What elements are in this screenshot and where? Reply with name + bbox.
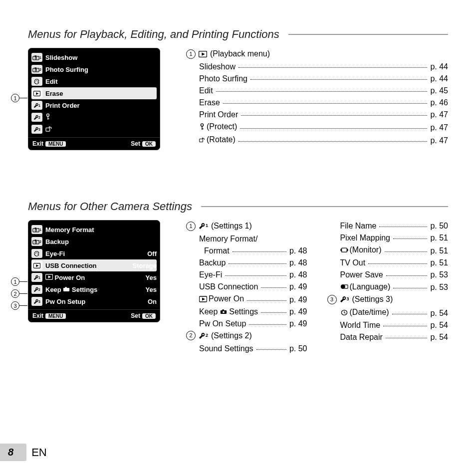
tab-icon: 2 [31, 237, 42, 246]
index-label: TV Out [340, 257, 366, 269]
set-label[interactable]: Set OK [128, 140, 159, 147]
index-row: Print Order p. 47 [186, 109, 448, 121]
index-page: p. 51 [430, 257, 448, 269]
index-page: p. 44 [430, 73, 448, 85]
playback-index-column: 1 (Playback menu) Slideshow p. 44 Photo … [186, 48, 448, 147]
index-label: Photo Surfing [199, 73, 247, 85]
tab-icon [31, 77, 42, 86]
menu-row[interactable]: 3 Pw On Setup On [31, 295, 157, 307]
index-page: p. 54 [430, 307, 448, 319]
menu-item-value: Storage [133, 262, 157, 269]
index-label: Power Save [340, 269, 383, 281]
index-row: (Language) p. 53 [327, 281, 449, 294]
menu-row[interactable]: 3 [31, 123, 157, 135]
menu-row[interactable]: Erase [31, 87, 157, 99]
menu-item-value: On [148, 298, 157, 305]
set-label[interactable]: Set OK [128, 312, 159, 319]
menu-row[interactable]: Eye-Fi Off [31, 247, 157, 259]
heading-rule [201, 206, 448, 207]
lcd-footer: Exit MENU Set OK [28, 309, 160, 322]
menu-item-label: Pw On Setup [45, 298, 145, 305]
index-row: Power Save p. 53 [327, 269, 449, 281]
index-label: Format [204, 245, 230, 257]
ok-button-icon: OK [142, 141, 156, 147]
lcd-playback-menu: 1 Slideshow 2 Photo Surfing Edit Erase 1… [28, 48, 160, 150]
index-head-label: (Settings 3) [352, 293, 393, 305]
index-row: (Rotate) p. 47 [186, 134, 448, 147]
tab-icon: 3 [31, 297, 42, 306]
menu-item-label: Memory Format [45, 226, 154, 234]
heading-rule [288, 34, 448, 35]
menu-row[interactable]: 2 [31, 111, 157, 123]
index-row: Power On p. 49 [186, 293, 307, 306]
page-number: 8 [8, 447, 13, 458]
section-heading-other: Menus for Other Camera Settings [28, 200, 448, 213]
page-footer: 8 EN [0, 444, 47, 461]
menu-item-value: Yes [146, 286, 157, 293]
index-label: Data Repair [340, 331, 383, 343]
index-page: p. 48 [289, 245, 307, 257]
index-label: USB Connection [199, 281, 258, 293]
index-head-label: (Settings 2) [211, 330, 252, 342]
index-page: p. 51 [430, 232, 448, 244]
index-row: Pixel Mapping p. 51 [327, 232, 449, 244]
callout-2: 2 [11, 289, 27, 298]
index-label: Erase [199, 97, 220, 109]
tab-icon [31, 89, 42, 98]
exit-label[interactable]: Exit MENU [29, 140, 69, 147]
manual-page: Menus for Playback, Editing, and Printin… [0, 0, 476, 476]
menu-button-icon: MENU [45, 313, 66, 319]
menu-row[interactable]: Edit [31, 75, 157, 87]
monitor-icon [340, 247, 348, 253]
callout-3: 3 [11, 301, 27, 310]
index-label: Pw On Setup [199, 318, 246, 330]
index-row: Memory Format/ [186, 233, 307, 245]
menu-row[interactable]: 2 Photo Surfing [31, 63, 157, 75]
index-label: (Monitor) [350, 244, 382, 256]
callout-number: 1 [186, 49, 196, 59]
menu-row[interactable]: 2 Backup [31, 236, 157, 247]
callout-number: 1 [186, 222, 196, 231]
index-page: p. 53 [430, 281, 448, 293]
menu-item-label: Eye-Fi [45, 250, 144, 257]
menu-item-value: Yes [146, 274, 157, 281]
index-label: Memory Format/ [199, 233, 257, 245]
play-icon [199, 51, 207, 57]
menu-row[interactable]: 2 Keep Settings Yes [31, 283, 157, 295]
index-label: Print Order [199, 109, 238, 121]
index-page: p. 48 [289, 257, 307, 269]
play-icon [45, 274, 53, 280]
menu-row[interactable]: 1 Memory Format [31, 224, 157, 236]
index-row: (Protect) p. 47 [186, 121, 448, 134]
index-label: Keep Settings [199, 306, 258, 318]
index-page: p. 49 [289, 306, 307, 318]
index-label: Slideshow [199, 61, 236, 73]
menu-row[interactable]: 1 Print Order [31, 99, 157, 111]
menu-item-value: Off [147, 250, 157, 257]
menu-row[interactable]: 1 Slideshow [31, 51, 157, 63]
index-row: World Time p. 54 [327, 319, 449, 331]
tab-icon [31, 249, 42, 258]
index-label: Power On [209, 293, 244, 305]
index-label: Edit [199, 85, 213, 97]
index-page: p. 49 [289, 281, 307, 293]
tab-icon: 2 [31, 285, 42, 294]
tab-icon: 1 [31, 273, 42, 282]
index-label: File Name [340, 220, 377, 232]
lcd-settings-menu: 1 Memory Format 2 Backup Eye-Fi Off USB … [28, 220, 160, 322]
menu-item-label [45, 113, 157, 122]
index-page: p. 47 [430, 122, 448, 134]
menu-row[interactable]: USB Connection Storage [31, 259, 157, 271]
callout-1: 1 [11, 94, 27, 102]
exit-label[interactable]: Exit MENU [29, 312, 69, 319]
index-label: (Protect) [207, 121, 237, 133]
index-row: Pw On Setup p. 49 [186, 318, 307, 330]
menu-item-label: Power On [45, 274, 143, 281]
menu-row[interactable]: 1 Power On Yes [31, 271, 157, 283]
wrench-icon: 2 [199, 332, 208, 339]
index-label: World Time [340, 319, 381, 331]
index-head: 1 1 (Settings 1) [186, 220, 307, 232]
tab-icon: 1 [31, 53, 42, 62]
menu-item-label: Backup [45, 238, 154, 245]
callout-number: 3 [327, 295, 337, 304]
